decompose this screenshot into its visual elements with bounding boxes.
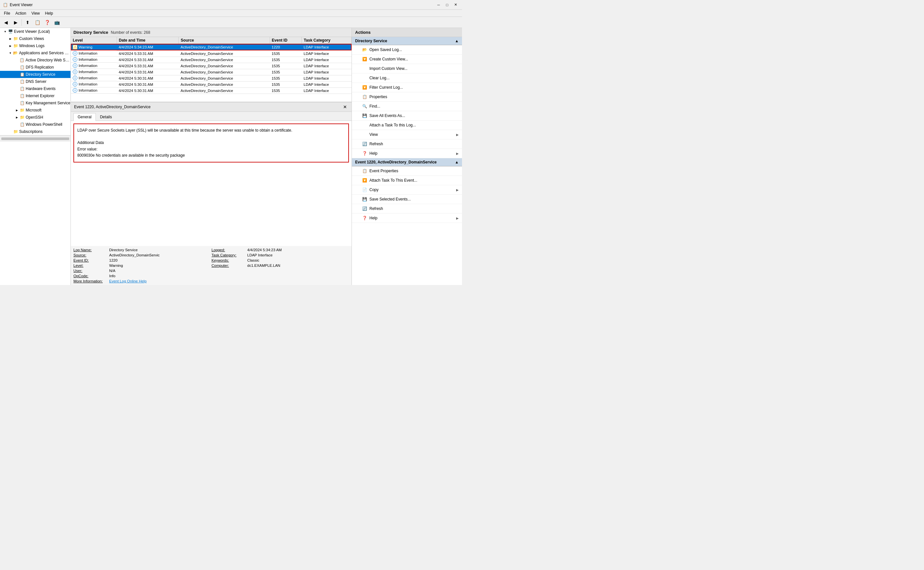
action-label-0-10: Refresh	[369, 142, 383, 146]
action-section-header-1[interactable]: Event 1220, ActiveDirectory_DomainServic…	[352, 158, 462, 166]
action-section-title-0: Directory Service	[355, 39, 387, 43]
maximize-button[interactable]: □	[443, 2, 451, 8]
ds-icon: 📋	[20, 72, 25, 77]
action-item-0-1[interactable]: 🔽Create Custom View...	[352, 55, 462, 64]
sidebar-item-microsoft[interactable]: ▶ 📁 Microsoft	[0, 107, 70, 114]
table-row[interactable]: iInformation4/4/2024 5:33:31 AMActiveDir…	[71, 63, 352, 69]
sidebar-item-powershell[interactable]: ▶ 📋 Windows PowerShell	[0, 121, 70, 128]
table-row[interactable]: iInformation4/4/2024 5:33:31 AMActiveDir…	[71, 69, 352, 75]
menu-file[interactable]: File	[1, 11, 13, 16]
action-icon-0-5: 📋	[362, 94, 367, 100]
action-item-0-11[interactable]: ❓Help▶	[352, 149, 462, 158]
action-item-0-9[interactable]: View▶	[352, 130, 462, 139]
ps-icon: 📋	[20, 122, 25, 127]
windows-logs-expand[interactable]: ▶	[8, 43, 13, 48]
action-item-1-1[interactable]: 🔽Attach Task To This Event...	[352, 176, 462, 185]
action-item-0-7[interactable]: 💾Save All Events As...	[352, 111, 462, 121]
app-services-expand[interactable]: ▼	[8, 51, 13, 55]
menu-help[interactable]: Help	[43, 11, 56, 16]
sidebar-item-dfs[interactable]: ▶ 📋 DFS Replication	[0, 64, 70, 71]
sidebar-item-windows-logs[interactable]: ▶ 📁 Windows Logs	[0, 42, 70, 49]
action-item-0-6[interactable]: 🔍Find...	[352, 102, 462, 111]
sidebar-scrollbar[interactable]	[0, 135, 70, 142]
log-count: Number of events: 268	[111, 30, 150, 35]
table-row[interactable]: iInformation4/4/2024 5:30:31 AMActiveDir…	[71, 81, 352, 87]
action-item-0-8[interactable]: Attach a Task To this Log...	[352, 121, 462, 130]
up-button[interactable]: ⬆	[23, 18, 32, 27]
col-datetime[interactable]: Date and Time	[117, 37, 179, 44]
action-label-0-3: Clear Log...	[369, 76, 390, 80]
action-item-0-5[interactable]: 📋Properties	[352, 92, 462, 102]
event-detail-tabs: General Details	[71, 112, 352, 121]
title-text: Event Viewer	[10, 3, 435, 7]
help-button[interactable]: ❓	[43, 18, 52, 27]
level-icon: i	[73, 88, 77, 93]
col-taskcategory[interactable]: Task Category	[302, 37, 352, 44]
ms-expand[interactable]: ▶	[14, 107, 20, 113]
action-label-0-8: Attach a Task To this Log...	[369, 123, 416, 127]
meta-col-left: Log Name: Directory Service Source: Acti…	[73, 247, 211, 284]
cell-taskcategory: LDAP Interface	[302, 51, 352, 57]
event-detail-close-button[interactable]: ✕	[342, 104, 348, 110]
meta-more-info: More Information: Event Log Online Help	[73, 279, 211, 284]
tab-details[interactable]: Details	[96, 113, 116, 121]
ssh-expand[interactable]: ▶	[14, 115, 20, 120]
action-label-1-3: Save Selected Events...	[369, 197, 411, 201]
action-item-1-2[interactable]: 📄Copy▶	[352, 185, 462, 195]
sidebar-item-subscriptions[interactable]: ▶ 📁 Subscriptions	[0, 128, 70, 135]
table-row[interactable]: ⚠Warning4/4/2024 5:34:23 AMActiveDirecto…	[71, 44, 352, 51]
minimize-button[interactable]: ─	[435, 2, 442, 8]
level-icon: i	[73, 76, 77, 80]
action-item-1-5[interactable]: ❓Help▶	[352, 213, 462, 223]
back-button[interactable]: ◀	[1, 18, 11, 27]
sidebar-item-directory-service[interactable]: ▶ 📋 Directory Service	[0, 71, 70, 78]
sidebar-item-custom-views[interactable]: ▶ 📁 Custom Views	[0, 35, 70, 42]
level-text: Warning	[79, 45, 92, 49]
meta-logged-value: 4/4/2024 5:34:23 AM	[247, 248, 281, 252]
sidebar-item-openssh[interactable]: ▶ 📁 OpenSSH	[0, 114, 70, 121]
tab-general[interactable]: General	[73, 113, 96, 121]
custom-views-expand[interactable]: ▶	[8, 36, 13, 41]
action-item-0-0[interactable]: 📂Open Saved Log...	[352, 45, 462, 55]
action-item-1-0[interactable]: 📋Event Properties	[352, 166, 462, 176]
col-eventid[interactable]: Event ID	[270, 37, 301, 44]
tree-root[interactable]: ▼ 🖥️ Event Viewer (Local)	[0, 28, 70, 35]
sidebar-item-hardware[interactable]: ▶ 📋 Hardware Events	[0, 85, 70, 92]
sidebar-item-dns[interactable]: ▶ 📋 DNS Server	[0, 78, 70, 85]
sidebar-item-key-management[interactable]: ▶ 📋 Key Management Service	[0, 100, 70, 107]
show-scope-button[interactable]: 📋	[33, 18, 42, 27]
table-row[interactable]: iInformation4/4/2024 5:30:31 AMActiveDir…	[71, 75, 352, 81]
menu-view[interactable]: View	[29, 11, 43, 16]
meta-keywords-label: Keywords:	[211, 258, 247, 262]
action-section-header-0[interactable]: Directory Service▲	[352, 37, 462, 45]
show-hide-button[interactable]: 📺	[52, 18, 61, 27]
event-log-online-help-link[interactable]: Event Log Online Help	[109, 279, 147, 283]
event-table-container[interactable]: Level Date and Time Source Event ID Task…	[71, 37, 352, 102]
action-icon-1-4: 🔄	[362, 206, 367, 211]
forward-button[interactable]: ▶	[11, 18, 20, 27]
col-level[interactable]: Level	[71, 37, 117, 44]
sidebar-item-ie[interactable]: ▶ 📋 Internet Explorer	[0, 92, 70, 100]
action-item-0-3[interactable]: Clear Log...	[352, 74, 462, 83]
sidebar-item-active-directory-web[interactable]: ▶ 📋 Active Directory Web Serv	[0, 57, 70, 64]
action-icon-1-1: 🔽	[362, 178, 367, 183]
action-item-0-2[interactable]: Import Custom View...	[352, 64, 462, 74]
table-row[interactable]: iInformation4/4/2024 5:33:31 AMActiveDir…	[71, 51, 352, 57]
action-item-1-4[interactable]: 🔄Refresh	[352, 204, 462, 213]
table-header-row: Level Date and Time Source Event ID Task…	[71, 37, 352, 44]
table-row[interactable]: iInformation4/4/2024 5:33:31 AMActiveDir…	[71, 57, 352, 63]
action-item-0-4[interactable]: 🔽Filter Current Log...	[352, 83, 462, 92]
actions-panel: Actions Directory Service▲📂Open Saved Lo…	[352, 28, 462, 285]
col-source[interactable]: Source	[179, 37, 270, 44]
cell-level: iInformation	[71, 51, 117, 57]
root-expand-icon[interactable]: ▼	[3, 29, 8, 34]
dfs-icon: 📋	[20, 65, 25, 70]
table-row[interactable]: iInformation4/4/2024 5:30:31 AMActiveDir…	[71, 87, 352, 93]
action-item-0-10[interactable]: 🔄Refresh	[352, 139, 462, 149]
menu-action[interactable]: Action	[13, 11, 29, 16]
event-table-body: ⚠Warning4/4/2024 5:34:23 AMActiveDirecto…	[71, 44, 352, 93]
sidebar-item-app-services[interactable]: ▼ 📂 Applications and Services Log	[0, 49, 70, 57]
toolbar-separator-1	[21, 19, 22, 26]
action-item-1-3[interactable]: 💾Save Selected Events...	[352, 195, 462, 204]
close-button[interactable]: ✕	[451, 2, 459, 8]
